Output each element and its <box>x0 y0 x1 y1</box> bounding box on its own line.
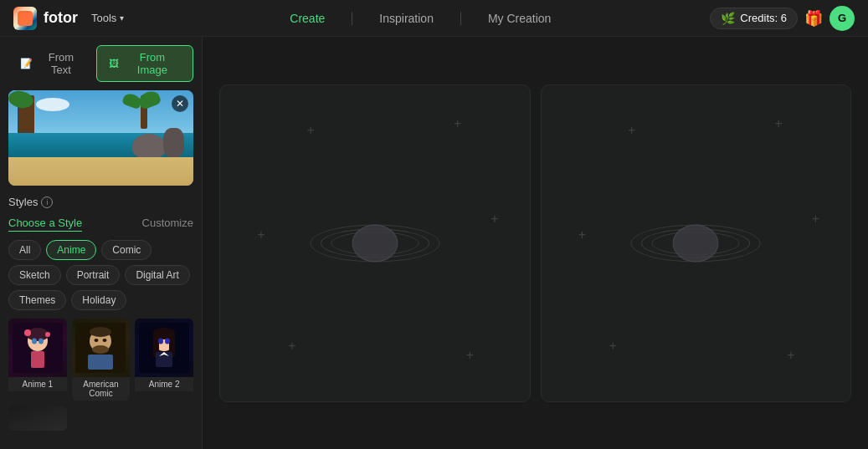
text-icon: 📝 <box>20 58 33 69</box>
plus-icon: + <box>454 116 461 131</box>
gift-icon[interactable]: 🎁 <box>804 9 823 28</box>
close-preview-button[interactable]: ✕ <box>172 95 188 112</box>
planet-body-2 <box>673 224 719 262</box>
planet-container-1: + + + + + + <box>220 85 530 401</box>
image-preview-container: ✕ <box>8 90 193 186</box>
tab-from-image-label: From Image <box>124 51 181 76</box>
plus-icon: + <box>609 339 617 354</box>
plus-icon: + <box>628 123 635 138</box>
comic-label: American Comic <box>72 377 131 401</box>
plus-icon: + <box>578 227 586 242</box>
plus-icon: + <box>774 116 782 131</box>
anime1-label: Anime 1 <box>8 377 67 391</box>
style-tag-digital-art[interactable]: Digital Art <box>125 265 189 285</box>
planet-body-1 <box>352 224 398 262</box>
svg-point-7 <box>24 329 31 336</box>
sub-tab-customize[interactable]: Customize <box>142 215 193 232</box>
header-right: 🌿 Credits: 6 🎁 G <box>710 6 855 31</box>
style-thumb-anime2[interactable]: Anime 2 <box>135 319 193 401</box>
svg-point-6 <box>39 338 44 344</box>
svg-point-21 <box>158 338 163 344</box>
sidebar: 📝 From Text 🖼 From Image <box>0 37 203 449</box>
header-nav: Create Inspiration My Creation <box>290 8 551 28</box>
partial-thumb-preview <box>8 406 67 431</box>
style-thumbnails: Anime 1 <box>8 319 193 431</box>
svg-rect-0 <box>18 11 33 26</box>
svg-point-22 <box>165 338 170 344</box>
styles-header: Styles i <box>8 196 193 208</box>
header-left: fotor Tools ▾ <box>13 7 131 30</box>
plus-icon: + <box>306 123 314 138</box>
plus-icon: + <box>490 212 498 227</box>
nav-my-creation[interactable]: My Creation <box>488 8 551 28</box>
beach-rock-2 <box>163 128 184 157</box>
comic-preview <box>72 319 131 377</box>
styles-title: Styles <box>8 196 38 208</box>
style-tags: All Anime Comic Sketch Portrait Digital … <box>8 240 193 310</box>
image-icon: 🖼 <box>109 58 119 69</box>
plus-icon: + <box>288 339 295 354</box>
app-header: fotor Tools ▾ Create Inspiration My Crea… <box>0 0 868 37</box>
nav-create[interactable]: Create <box>290 8 325 28</box>
plus-icon: + <box>466 348 474 363</box>
style-tag-anime[interactable]: Anime <box>46 240 96 260</box>
tab-from-text[interactable]: 📝 From Text <box>8 45 96 82</box>
app-logo-text: fotor <box>44 9 78 27</box>
svg-point-14 <box>103 339 107 342</box>
anime2-preview <box>135 319 193 377</box>
credits-label: Credits: 6 <box>740 12 787 24</box>
planet-container-2: + + + + + + <box>542 85 851 401</box>
sub-tab-choose-style[interactable]: Choose a Style <box>8 215 82 232</box>
plus-icon: + <box>787 348 794 363</box>
app-logo-icon <box>13 7 37 30</box>
tools-label: Tools <box>91 12 116 24</box>
nav-separator <box>352 12 352 25</box>
anime2-label: Anime 2 <box>135 377 193 391</box>
beach-rock <box>132 134 166 159</box>
input-mode-tabs: 📝 From Text 🖼 From Image <box>0 37 202 82</box>
user-avatar-button[interactable]: G <box>829 6 855 31</box>
style-tag-comic[interactable]: Comic <box>101 240 152 260</box>
style-thumb-american-comic[interactable]: American Comic <box>72 319 131 401</box>
style-tag-portrait[interactable]: Portrait <box>66 265 121 285</box>
anime1-preview <box>8 319 67 377</box>
main-layout: 📝 From Text 🖼 From Image <box>0 37 868 449</box>
svg-point-12 <box>92 345 109 354</box>
generation-card-2: + + + + + + <box>541 84 852 402</box>
image-preview <box>8 90 193 186</box>
style-tag-all[interactable]: All <box>8 240 41 260</box>
credits-button[interactable]: 🌿 Credits: 6 <box>710 8 798 29</box>
plus-icon: + <box>257 227 265 242</box>
style-thumb-anime1[interactable]: Anime 1 <box>8 319 67 401</box>
tab-from-text-label: From Text <box>38 51 85 76</box>
nav-separator-2 <box>460 12 461 25</box>
svg-point-13 <box>95 339 99 342</box>
styles-section: Styles i Choose a Style Customize All An… <box>0 186 202 449</box>
plus-icon: + <box>812 212 819 227</box>
style-tag-themes[interactable]: Themes <box>8 290 66 310</box>
tab-from-image[interactable]: 🖼 From Image <box>96 45 193 82</box>
beach-sand <box>8 157 193 186</box>
style-tag-holiday[interactable]: Holiday <box>71 290 126 310</box>
svg-point-8 <box>45 332 50 337</box>
style-sub-tabs: Choose a Style Customize <box>8 215 193 232</box>
planet-system-1 <box>308 197 442 289</box>
planet-system-2 <box>629 197 763 289</box>
style-thumb-partial[interactable] <box>8 406 67 431</box>
leaf-icon: 🌿 <box>721 12 735 25</box>
svg-rect-15 <box>88 355 113 370</box>
svg-point-5 <box>32 338 37 344</box>
nav-inspiration[interactable]: Inspiration <box>379 8 434 28</box>
style-tag-sketch[interactable]: Sketch <box>8 265 61 285</box>
svg-point-11 <box>90 327 111 337</box>
chevron-down-icon: ▾ <box>120 13 124 23</box>
generation-card-1: + + + + + + <box>219 84 531 402</box>
svg-rect-3 <box>31 351 44 368</box>
info-icon[interactable]: i <box>41 196 53 208</box>
tools-menu-button[interactable]: Tools ▾ <box>85 8 131 28</box>
main-content: + + + + + + + + + + <box>203 37 868 449</box>
